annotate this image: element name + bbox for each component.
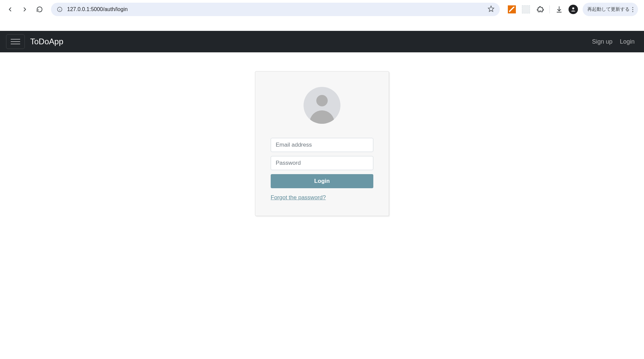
relaunch-update-button[interactable]: 再起動して更新する [583,3,638,16]
app-navbar: ToDoApp Sign up Login [0,31,644,52]
nav-toggle-button[interactable] [6,34,25,49]
relaunch-label: 再起動して更新する [587,6,630,12]
site-info-icon[interactable] [56,6,63,13]
extension-gray-icon[interactable] [521,5,531,14]
address-bar[interactable]: 127.0.0.1:5000/auth/login [51,3,500,16]
profile-avatar-icon[interactable] [569,5,578,14]
nav-link-signup[interactable]: Sign up [592,38,612,45]
avatar-placeholder-icon [304,87,340,124]
back-button[interactable] [4,3,16,15]
forgot-password-link[interactable]: Forgot the password? [271,194,326,201]
extension-analytics-icon[interactable] [507,5,517,14]
bookmark-star-icon[interactable] [488,5,494,13]
downloads-icon[interactable] [554,5,564,14]
login-card: Login Forgot the password? [255,71,389,216]
reload-button[interactable] [34,3,46,15]
kebab-menu-icon[interactable] [632,7,633,12]
nav-link-login[interactable]: Login [620,38,635,45]
forward-button[interactable] [19,3,31,15]
browser-actions: 再起動して更新する [505,3,640,16]
separator [549,5,550,13]
password-field[interactable] [271,156,373,170]
page-content: Login Forgot the password? [0,52,644,216]
browser-toolbar: 127.0.0.1:5000/auth/login 再起動して更新する [0,0,644,19]
extensions-puzzle-icon[interactable] [535,5,545,14]
brand-title[interactable]: ToDoApp [30,37,63,46]
svg-marker-3 [488,6,494,12]
url-text: 127.0.0.1:5000/auth/login [67,6,484,12]
email-field[interactable] [271,138,373,152]
svg-point-5 [572,7,574,9]
login-button[interactable]: Login [271,174,373,188]
